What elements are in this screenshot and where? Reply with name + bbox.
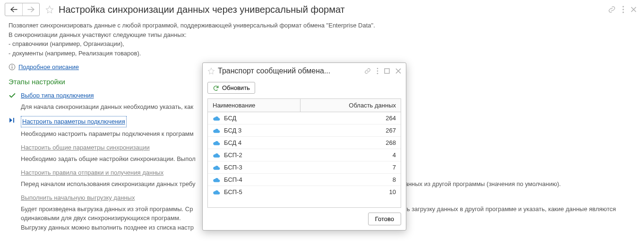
row-name: БСД 4 <box>224 139 241 146</box>
row-area: 7 <box>301 161 401 174</box>
close-icon[interactable] <box>631 7 636 12</box>
info-icon <box>9 63 16 71</box>
table-row[interactable]: БСП-48 <box>208 174 401 186</box>
table-row[interactable]: БСП-37 <box>208 161 401 174</box>
step-connection-params[interactable]: Настроить параметры подключения <box>21 116 127 127</box>
table-row[interactable]: БСД264 <box>208 112 401 124</box>
row-area: 8 <box>301 174 401 186</box>
row-name: БСП-5 <box>224 188 242 196</box>
row-name: БСП-3 <box>224 164 242 171</box>
cloud-icon <box>213 128 220 133</box>
desc-bullet: - справочники (например, Организации), <box>9 39 635 49</box>
row-area: 4 <box>301 149 401 161</box>
svg-rect-10 <box>385 69 389 73</box>
step-initial-upload[interactable]: Выполнить начальную выгрузку данных <box>21 194 135 201</box>
cloud-icon <box>213 189 220 195</box>
forward-button[interactable] <box>22 3 39 16</box>
maximize-icon[interactable] <box>384 68 390 74</box>
table-row[interactable]: БСД 3267 <box>208 124 401 137</box>
cloud-icon <box>213 177 220 183</box>
more-vertical-icon[interactable] <box>622 6 624 13</box>
row-area: 10 <box>301 186 401 198</box>
table-row[interactable]: БСД 4268 <box>208 137 401 149</box>
row-name: БСД <box>224 115 236 122</box>
current-step-icon <box>9 117 15 124</box>
cloud-icon <box>213 116 220 121</box>
svg-point-2 <box>623 12 624 13</box>
svg-point-7 <box>377 68 378 69</box>
description-block: Позволяет синхронизировать данные с любо… <box>9 21 635 58</box>
transport-table: Наименование Область данных БСД264БСД 32… <box>208 99 401 198</box>
check-icon <box>9 92 16 99</box>
nav-buttons <box>5 3 40 16</box>
transport-dialog: Транспорт сообщений обмена... Обновить <box>202 62 406 231</box>
link-icon[interactable] <box>608 6 616 13</box>
favorite-star-icon[interactable] <box>45 5 54 14</box>
row-area: 268 <box>301 137 401 149</box>
svg-point-4 <box>12 65 13 66</box>
desc-line: Позволяет синхронизировать данные с любо… <box>9 21 635 30</box>
favorite-star-icon[interactable] <box>207 67 215 75</box>
row-area: 264 <box>301 112 401 124</box>
svg-point-0 <box>623 6 624 8</box>
step-connection-type[interactable]: Выбор типа подключения <box>21 92 94 99</box>
row-name: БСП-4 <box>224 176 242 183</box>
done-button[interactable]: Готово <box>368 213 401 225</box>
desc-line: В синхронизации данных участвуют следующ… <box>9 30 635 40</box>
cloud-icon <box>213 140 220 146</box>
table-row[interactable]: БСП-510 <box>208 186 401 198</box>
svg-rect-5 <box>12 67 12 69</box>
cloud-icon <box>213 152 220 158</box>
svg-point-1 <box>623 9 624 10</box>
cloud-icon <box>213 165 220 170</box>
link-icon[interactable] <box>364 68 371 74</box>
step-send-receive-rules[interactable]: Настроить правила отправки и получения д… <box>21 169 163 176</box>
refresh-icon <box>213 85 219 91</box>
svg-rect-6 <box>13 118 14 123</box>
row-name: БСД 3 <box>224 127 241 134</box>
more-vertical-icon[interactable] <box>377 68 378 74</box>
refresh-button[interactable]: Обновить <box>207 82 255 94</box>
step-general-params[interactable]: Настроить общие параметры синхронизации <box>21 144 150 151</box>
svg-point-8 <box>377 71 378 72</box>
page-title: Настройка синхронизации данных через уни… <box>59 4 605 15</box>
refresh-label: Обновить <box>222 84 250 91</box>
table-row[interactable]: БСП-24 <box>208 149 401 161</box>
back-button[interactable] <box>5 3 22 16</box>
col-name-header[interactable]: Наименование <box>208 99 301 112</box>
row-name: БСП-2 <box>224 151 242 159</box>
svg-point-9 <box>377 73 378 74</box>
arrow-right-icon <box>27 7 35 12</box>
col-area-header[interactable]: Область данных <box>301 99 401 112</box>
more-description-link[interactable]: Подробное описание <box>18 62 79 72</box>
arrow-left-icon <box>10 7 17 12</box>
close-icon[interactable] <box>395 68 401 74</box>
desc-bullet: - документы (например, Реализация товаро… <box>9 49 635 58</box>
row-area: 267 <box>301 124 401 137</box>
dialog-title: Транспорт сообщений обмена... <box>218 67 361 75</box>
